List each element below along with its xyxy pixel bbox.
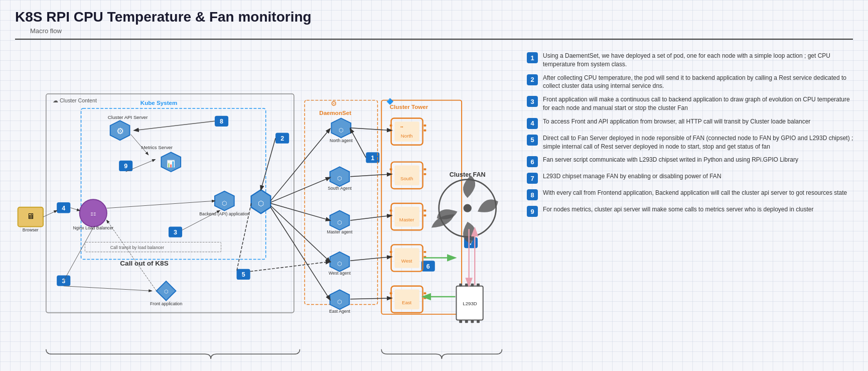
legend-text: L293D chipset manage FAN by enabling or … bbox=[543, 172, 721, 181]
svg-line-42 bbox=[64, 286, 152, 291]
legend-text: Fan server script communicate with L293D… bbox=[543, 156, 798, 164]
legend-text: After collecting CPU temperature, the po… bbox=[543, 74, 858, 91]
svg-rect-114 bbox=[471, 284, 474, 287]
svg-rect-96 bbox=[424, 251, 426, 253]
legend-item-6: 6 Fan server script communicate with L29… bbox=[527, 156, 858, 167]
svg-rect-78 bbox=[424, 125, 426, 127]
svg-line-41 bbox=[64, 227, 93, 281]
svg-rect-100 bbox=[390, 292, 392, 294]
svg-line-37 bbox=[107, 201, 215, 208]
svg-line-46 bbox=[43, 211, 57, 217]
browser-label: Browser bbox=[23, 227, 39, 232]
svg-line-69 bbox=[250, 262, 330, 271]
legend-num: 1 bbox=[527, 52, 538, 63]
diagram-svg: ☁ Cluster Content Kube System 8 2 1 9 4 bbox=[5, 48, 517, 359]
legend-item-3: 3 Front application will make a continuo… bbox=[527, 95, 858, 112]
call-transit-label: Call transit by load balancer bbox=[110, 245, 164, 250]
svg-line-68 bbox=[350, 129, 366, 158]
svg-line-107 bbox=[350, 257, 391, 261]
page-subtitle: Macro flow bbox=[15, 27, 853, 40]
front-app-label: Front application bbox=[150, 301, 183, 306]
svg-text:⚙: ⚙ bbox=[116, 126, 124, 136]
cluster-content-label: Cluster Content bbox=[60, 97, 97, 103]
svg-text:1: 1 bbox=[371, 155, 374, 162]
legend-text: Using a DaementSet, we have deployed a s… bbox=[543, 52, 858, 69]
legend-item-1: 1 Using a DaementSet, we have deployed a… bbox=[527, 52, 858, 69]
svg-text:⬡: ⬡ bbox=[337, 175, 342, 181]
legend-text: Direct call to Fan Server deployed in no… bbox=[543, 134, 858, 151]
legend-num: 4 bbox=[527, 118, 538, 129]
page-title: K8S RPI CPU Temperature & Fan monitoring bbox=[0, 0, 868, 27]
svg-rect-102 bbox=[424, 292, 426, 294]
south-node-label: South bbox=[400, 176, 413, 181]
legend-item-5: 5 Direct call to Fan Server deployed in … bbox=[527, 134, 858, 151]
svg-rect-112 bbox=[459, 284, 462, 287]
legend-text: With every call from Frontend applicatio… bbox=[543, 189, 847, 197]
svg-text:🖥: 🖥 bbox=[27, 212, 35, 220]
legend-item-8: 8 With every call from Frontend applicat… bbox=[527, 189, 858, 200]
svg-rect-119 bbox=[477, 320, 480, 323]
svg-rect-88 bbox=[390, 210, 392, 212]
svg-line-105 bbox=[350, 174, 391, 177]
east-agent-label: East Agent bbox=[329, 309, 351, 314]
svg-line-25 bbox=[134, 121, 215, 130]
material-section-label: Material section bbox=[423, 358, 461, 359]
north-node-label: North bbox=[401, 133, 413, 139]
svg-text:6: 6 bbox=[426, 263, 430, 270]
legend-text: Front application will make a continuous… bbox=[543, 95, 858, 112]
legend-item-4: 4 To access Front and API application fr… bbox=[527, 117, 858, 129]
daemonset-label: DaemonSet bbox=[319, 109, 351, 116]
legend-num: 6 bbox=[527, 156, 538, 167]
svg-line-104 bbox=[350, 128, 391, 131]
svg-line-108 bbox=[350, 298, 391, 299]
svg-text:📊: 📊 bbox=[167, 160, 175, 168]
svg-text:⬡: ⬡ bbox=[258, 200, 264, 207]
master-node-label: Master bbox=[399, 217, 414, 222]
svg-text:⬡: ⬡ bbox=[337, 299, 342, 305]
cluster-tower-label: Cluster Tower bbox=[390, 103, 428, 110]
legend-item-2: 2 After collecting CPU temperature, the … bbox=[527, 74, 858, 91]
legend-text: For nodes metrics, cluster api server wi… bbox=[543, 205, 814, 214]
svg-text:▪▪: ▪▪ bbox=[400, 125, 403, 129]
west-node-label: West bbox=[401, 258, 412, 264]
svg-text:⬡: ⬡ bbox=[337, 219, 342, 225]
legend-num: 2 bbox=[527, 74, 538, 85]
svg-rect-82 bbox=[390, 168, 392, 170]
cluster-api-label: Cluster API Server bbox=[108, 114, 148, 120]
legend-num: 5 bbox=[527, 135, 538, 146]
svg-text:⬡: ⬡ bbox=[337, 261, 342, 267]
svg-rect-79 bbox=[424, 130, 426, 132]
svg-line-67 bbox=[261, 138, 275, 190]
svg-rect-84 bbox=[424, 168, 426, 170]
svg-text:9: 9 bbox=[124, 163, 127, 170]
svg-line-106 bbox=[350, 215, 391, 220]
svg-rect-117 bbox=[465, 320, 468, 323]
svg-line-36 bbox=[70, 208, 79, 211]
svg-rect-94 bbox=[390, 251, 392, 253]
master-agent-label: Master agent bbox=[327, 229, 353, 234]
north-agent-label: North agent bbox=[330, 138, 353, 143]
svg-point-110 bbox=[464, 204, 472, 212]
svg-text:5: 5 bbox=[242, 271, 245, 278]
svg-rect-103 bbox=[424, 297, 426, 299]
l293d-label: L293D bbox=[463, 301, 477, 306]
svg-rect-115 bbox=[477, 284, 480, 287]
east-node-label: East bbox=[402, 300, 412, 305]
svg-text:4: 4 bbox=[62, 205, 65, 212]
svg-text:☁: ☁ bbox=[53, 97, 58, 103]
svg-rect-90 bbox=[424, 210, 426, 212]
call-out-label: Call out of K8S bbox=[120, 260, 168, 267]
legend-num: 3 bbox=[527, 96, 538, 107]
legend-num: 7 bbox=[527, 173, 538, 184]
svg-text:⚙: ⚙ bbox=[331, 100, 337, 107]
south-agent-label: South Agent bbox=[328, 186, 352, 191]
svg-text:⬡: ⬡ bbox=[339, 127, 344, 133]
svg-text:⬡: ⬡ bbox=[222, 200, 227, 206]
svg-rect-113 bbox=[465, 284, 468, 287]
svg-rect-76 bbox=[390, 125, 392, 127]
legend-item-7: 7 L293D chipset manage FAN by enabling o… bbox=[527, 172, 858, 184]
svg-rect-85 bbox=[424, 173, 426, 175]
backend-api-label: Backend (API) application bbox=[199, 211, 249, 216]
logical-section-label: Logical section bbox=[156, 358, 191, 359]
svg-rect-118 bbox=[471, 320, 474, 323]
